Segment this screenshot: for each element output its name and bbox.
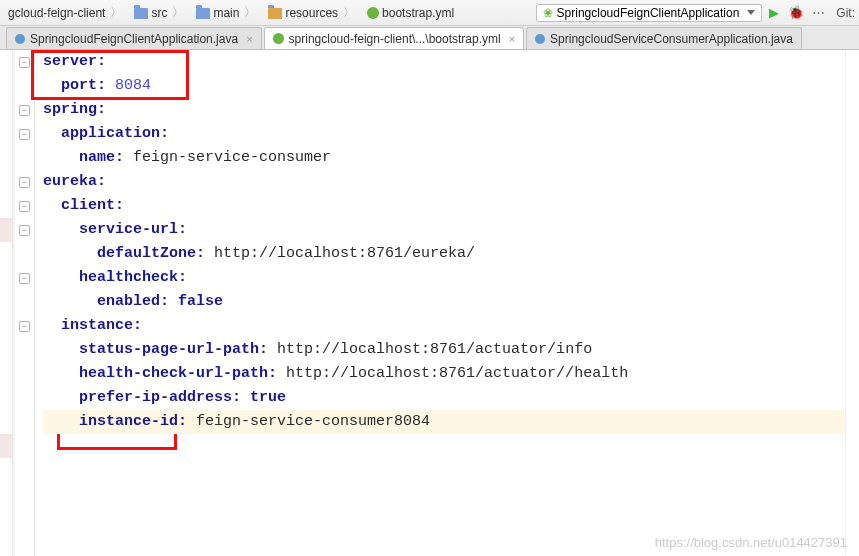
line: enabled: false [43, 290, 845, 314]
key-instance-id: instance-id [79, 413, 178, 430]
val-defaultZone: http://localhost:8761/eureka/ [214, 245, 475, 262]
line: defaultZone: http://localhost:8761/eurek… [43, 242, 845, 266]
crumb-label: src [151, 6, 167, 20]
key-prefer: prefer-ip-address [79, 389, 232, 406]
fold-icon[interactable]: − [19, 177, 30, 188]
line: instance: [43, 314, 845, 338]
tab-label: SpringcloudServiceConsumerApplication.ja… [550, 32, 793, 46]
editor: − − − − − − − − server: port: 8084 sprin… [0, 50, 859, 556]
key-client: client [61, 197, 115, 214]
val-enabled: false [178, 293, 223, 310]
line: server: [43, 50, 845, 74]
key-name: name [79, 149, 115, 166]
line: eureka: [43, 170, 845, 194]
fold-icon[interactable]: − [19, 105, 30, 116]
fold-icon[interactable]: − [19, 57, 30, 68]
breadcrumb-project[interactable]: gcloud-feign-client〉 [4, 3, 128, 23]
crumb-label: bootstrap.yml [382, 6, 454, 20]
breadcrumb-resources[interactable]: resources〉 [264, 3, 361, 23]
line: spring: [43, 98, 845, 122]
run-button[interactable]: ▶ [764, 3, 784, 23]
chevron-right-icon: 〉 [242, 4, 258, 21]
key-server: server [43, 53, 97, 70]
spring-icon [367, 7, 379, 19]
key-status: status-page-url-path [79, 341, 259, 358]
tab-label: springcloud-feign-client\...\bootstrap.y… [289, 32, 501, 46]
spring-icon: ❀ [543, 6, 553, 20]
key-eureka: eureka [43, 173, 97, 190]
val-prefer: true [250, 389, 286, 406]
key-instance: instance [61, 317, 133, 334]
line-highlighted: instance-id: feign-service-consumer8084 [43, 410, 845, 434]
tab-java-consumer[interactable]: SpringcloudServiceConsumerApplication.ja… [526, 27, 802, 49]
val-port: 8084 [115, 77, 151, 94]
table-gutter [0, 50, 13, 556]
breadcrumb-bar: gcloud-feign-client〉 src〉 main〉 resource… [0, 0, 859, 26]
chevron-down-icon [747, 10, 755, 15]
editor-tabs: SpringcloudFeignClientApplication.java ×… [0, 26, 859, 50]
fold-icon[interactable]: − [19, 129, 30, 140]
key-spring: spring [43, 101, 97, 118]
close-icon[interactable]: × [246, 33, 252, 45]
val-health: http://localhost:8761/actuator//health [286, 365, 628, 382]
right-rail [845, 50, 859, 556]
line: status-page-url-path: http://localhost:8… [43, 338, 845, 362]
line: client: [43, 194, 845, 218]
tab-bootstrap-yml[interactable]: springcloud-feign-client\...\bootstrap.y… [264, 27, 525, 49]
key-healthcheck: healthcheck [79, 269, 178, 286]
debug-button[interactable]: 🐞 [786, 3, 806, 23]
crumb-label: gcloud-feign-client [8, 6, 105, 20]
spring-icon [273, 33, 284, 44]
key-port: port [61, 77, 97, 94]
breadcrumb-main[interactable]: main〉 [192, 3, 262, 23]
git-label: Git: [830, 6, 855, 20]
breadcrumb-src[interactable]: src〉 [130, 3, 190, 23]
key-health: health-check-url-path [79, 365, 268, 382]
tab-label: SpringcloudFeignClientApplication.java [30, 32, 238, 46]
run-config-select[interactable]: ❀ SpringcloudFeignClientApplication [536, 4, 763, 22]
val-status: http://localhost:8761/actuator/info [277, 341, 592, 358]
fold-icon[interactable]: − [19, 225, 30, 236]
line: port: 8084 [43, 74, 845, 98]
val-instance-id: feign-service-consumer8084 [196, 413, 430, 430]
crumb-label: resources [285, 6, 338, 20]
run-config-label: SpringcloudFeignClientApplication [557, 6, 740, 20]
chevron-right-icon: 〉 [108, 4, 124, 21]
gutter: − − − − − − − − [15, 50, 35, 556]
key-application: application [61, 125, 160, 142]
close-icon[interactable]: × [509, 33, 515, 45]
breadcrumb-file[interactable]: bootstrap.yml [363, 3, 458, 23]
val-name: feign-service-consumer [133, 149, 331, 166]
line: service-url: [43, 218, 845, 242]
folder-icon [134, 8, 148, 19]
folder-icon [268, 8, 282, 19]
code-area[interactable]: server: port: 8084 spring: application: … [35, 50, 845, 556]
line: healthcheck: [43, 266, 845, 290]
key-enabled: enabled [97, 293, 160, 310]
crumb-label: main [213, 6, 239, 20]
folder-icon [196, 8, 210, 19]
java-icon [535, 34, 545, 44]
line: name: feign-service-consumer [43, 146, 845, 170]
line: health-check-url-path: http://localhost:… [43, 362, 845, 386]
line: prefer-ip-address: true [43, 386, 845, 410]
java-icon [15, 34, 25, 44]
fold-icon[interactable]: − [19, 273, 30, 284]
fold-icon[interactable]: − [19, 201, 30, 212]
chevron-right-icon: 〉 [170, 4, 186, 21]
tab-java-feign[interactable]: SpringcloudFeignClientApplication.java × [6, 27, 262, 49]
key-defaultZone: defaultZone [97, 245, 196, 262]
chevron-right-icon: 〉 [341, 4, 357, 21]
line: application: [43, 122, 845, 146]
key-service-url: service-url [79, 221, 178, 238]
more-run-button[interactable]: ⋯ [808, 3, 828, 23]
watermark: https://blog.csdn.net/u014427391 [655, 535, 847, 550]
fold-icon[interactable]: − [19, 321, 30, 332]
